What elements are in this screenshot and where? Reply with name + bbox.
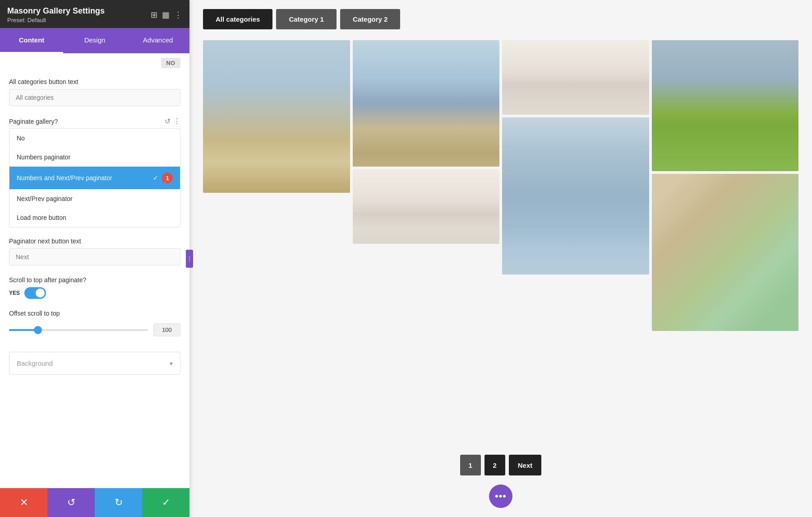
paginate-dropdown: No Numbers paginator Numbers and Next/Pr… (9, 128, 180, 228)
category-all-btn[interactable]: All categories (203, 9, 272, 29)
undo-button[interactable]: ↺ (47, 488, 95, 517)
pagination: 1 2 Next (203, 455, 798, 475)
slider-thumb[interactable] (34, 326, 42, 334)
layout-icon[interactable]: ▦ (162, 10, 170, 20)
undo-icon: ↺ (67, 497, 75, 508)
next-button-label: Paginator next button text (9, 238, 180, 245)
toggle-yes-row: YES (9, 287, 180, 299)
tab-advanced[interactable]: Advanced (126, 28, 189, 53)
slider-row: 100 (9, 321, 180, 339)
gallery-col-4 (652, 40, 799, 444)
gallery-col-3 (502, 40, 649, 444)
offset-label: Offset scroll to top (9, 310, 180, 317)
next-page-btn[interactable]: Next (509, 455, 542, 475)
more-dots: ••• (495, 490, 507, 502)
check-icon: ✓ (153, 174, 158, 182)
page-2-btn[interactable]: 2 (484, 455, 505, 475)
background-title: Background (17, 359, 53, 367)
all-categories-label: All categories button text (9, 78, 180, 85)
toggle-no-row: NO (0, 53, 189, 73)
more-btn-container: ••• (203, 484, 798, 508)
dropdown-next-prev-label: Next/Prev paginator (17, 195, 73, 202)
tab-design[interactable]: Design (63, 28, 126, 53)
sidebar: Masonry Gallery Settings Preset: Default… (0, 0, 189, 517)
cancel-icon: ✕ (20, 497, 28, 508)
slider-value[interactable]: 100 (153, 323, 180, 336)
paginate-label: Paginate gallery? (9, 118, 160, 125)
background-header[interactable]: Background ▾ (9, 352, 180, 374)
all-categories-section: All categories button text (0, 73, 189, 112)
offset-section: Offset scroll to top 100 (0, 304, 189, 345)
gallery-col-2 (353, 40, 500, 444)
more-icon[interactable]: ⋮ (174, 10, 182, 20)
tab-content[interactable]: Content (0, 28, 63, 53)
sidebar-content: NO All categories button text Paginate g… (0, 53, 189, 517)
gallery-image-6[interactable] (652, 40, 799, 171)
fit-icon[interactable]: ⊞ (151, 10, 157, 20)
paginate-reset-icon[interactable]: ↺ (165, 117, 171, 126)
gallery-image-2[interactable] (353, 40, 500, 167)
redo-button[interactable]: ↻ (95, 488, 142, 517)
more-button[interactable]: ••• (489, 484, 512, 508)
scroll-toggle-label: YES (9, 290, 20, 296)
sidebar-header-icons: ⊞ ▦ ⋮ (151, 10, 182, 20)
gallery-image-3[interactable] (353, 169, 500, 244)
badge-1: 1 (162, 172, 173, 183)
all-categories-input[interactable] (9, 89, 180, 106)
chevron-down-icon: ▾ (170, 360, 173, 367)
save-icon: ✓ (162, 497, 170, 508)
resize-handle[interactable]: ⋮ (186, 250, 193, 268)
background-section: Background ▾ (9, 352, 180, 375)
dropdown-load-more-label: Load more button (17, 214, 66, 221)
main-content: All categories Category 1 Category 2 1 2… (189, 0, 812, 517)
dropdown-numbers[interactable]: Numbers paginator (9, 148, 180, 167)
next-button-input[interactable] (9, 248, 180, 265)
dropdown-numbers-label: Numbers paginator (17, 154, 70, 161)
category-1-btn[interactable]: Category 1 (276, 9, 337, 29)
dropdown-numbers-next-prev-label: Numbers and Next/Prev paginator (17, 174, 112, 182)
sidebar-tabs: Content Design Advanced (0, 28, 189, 53)
paginate-icons: ↺ ⋮ (165, 117, 180, 126)
slider-fill (9, 329, 37, 331)
sidebar-footer: ✕ ↺ ↻ ✓ (0, 488, 189, 517)
dropdown-numbers-next-prev[interactable]: Numbers and Next/Prev paginator ✓ 1 (9, 167, 180, 189)
category-2-btn[interactable]: Category 2 (340, 9, 401, 29)
gallery-col-1 (203, 40, 350, 444)
sidebar-title-block: Masonry Gallery Settings Preset: Default (7, 6, 151, 23)
dropdown-next-prev[interactable]: Next/Prev paginator (9, 189, 180, 208)
slider-track[interactable] (9, 329, 148, 331)
sidebar-preset[interactable]: Preset: Default (7, 17, 151, 23)
next-button-section: Paginator next button text (0, 232, 189, 271)
cancel-button[interactable]: ✕ (0, 488, 47, 517)
paginate-row: Paginate gallery? ↺ ⋮ (0, 112, 189, 128)
sidebar-header: Masonry Gallery Settings Preset: Default… (0, 0, 189, 28)
dropdown-load-more[interactable]: Load more button (9, 208, 180, 227)
resize-dots: ⋮ (187, 256, 193, 262)
toggle-no-label[interactable]: NO (161, 58, 181, 68)
gallery-grid (203, 40, 798, 444)
page-1-btn[interactable]: 1 (460, 455, 481, 475)
dropdown-no[interactable]: No (9, 129, 180, 148)
sidebar-title: Masonry Gallery Settings (7, 6, 151, 16)
save-button[interactable]: ✓ (142, 488, 189, 517)
redo-icon: ↻ (115, 497, 123, 508)
gallery-image-7[interactable] (652, 174, 799, 331)
gallery-image-1[interactable] (203, 40, 350, 193)
dropdown-no-label: No (17, 135, 25, 142)
scroll-label: Scroll to top after paginate? (9, 276, 180, 284)
category-bar: All categories Category 1 Category 2 (203, 9, 798, 29)
scroll-section: Scroll to top after paginate? YES (0, 271, 189, 304)
scroll-toggle-switch[interactable] (24, 287, 46, 299)
gallery-image-5[interactable] (502, 117, 649, 275)
gallery-image-4[interactable] (502, 40, 649, 115)
paginate-more-icon[interactable]: ⋮ (173, 117, 180, 126)
